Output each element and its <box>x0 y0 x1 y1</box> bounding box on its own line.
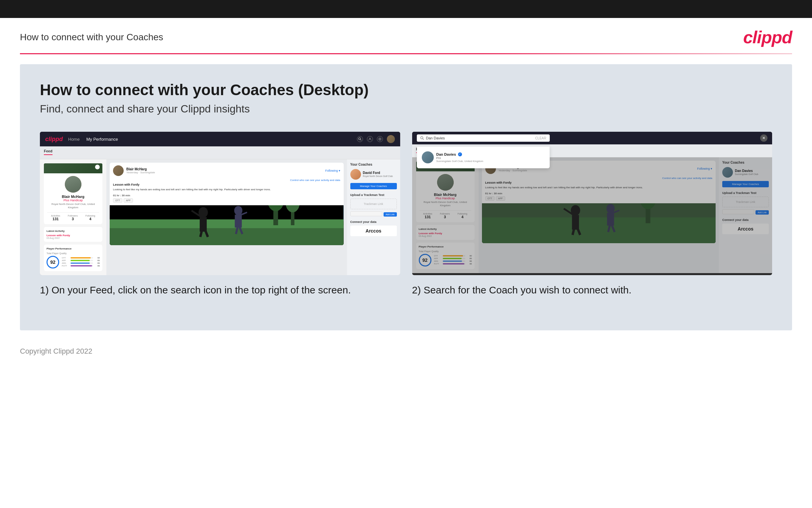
svg-point-4 <box>379 138 381 140</box>
app-chrome-1: clippd Home My Performance <box>40 132 400 146</box>
profile-club-1: Royal North Devon Golf Club, United King… <box>47 203 99 210</box>
right-panel-1: Your Coaches David Ford Royal North Devo… <box>347 159 400 275</box>
pp-title-1: Player Performance <box>47 247 100 250</box>
profile-name-2: Blair McHarg <box>420 193 471 197</box>
svg-line-23 <box>423 139 424 140</box>
profile-icon-1[interactable] <box>367 136 373 142</box>
caption-2: 2) Search for the Coach you wish to conn… <box>412 283 772 297</box>
svg-rect-6 <box>110 225 344 245</box>
tpq-bars-1: OTT 90 APP 85 <box>62 257 100 267</box>
following-btn-2[interactable]: Following ▾ <box>697 167 712 170</box>
search-icon-1[interactable] <box>357 136 363 142</box>
svg-point-33 <box>606 204 615 213</box>
stat-following-1: Following 4 <box>85 215 95 221</box>
result-name-row-2: Dan Davies ✓ <box>436 153 483 156</box>
following-button-1[interactable]: Following ▾ <box>325 169 340 172</box>
stat-activities-1: Activities 131 <box>51 215 60 221</box>
nav-home-1[interactable]: Home <box>68 137 80 142</box>
caption-1: 1) On your Feed, click on the search ico… <box>40 283 400 297</box>
post-name-1: Blair McHarg <box>126 167 322 171</box>
screenshot-panel-1: clippd Home My Performance <box>40 132 400 297</box>
trackman-input-1[interactable] <box>350 211 382 216</box>
add-link-btn-2[interactable]: Add Link <box>756 210 769 215</box>
svg-point-22 <box>421 137 423 139</box>
page-subheading: Find, connect and share your Clippd insi… <box>40 103 772 115</box>
profile-club-2: Royal North Devon Golf Club, United King… <box>420 201 471 208</box>
la-date-1: 03 Aug 2022 <box>47 237 100 239</box>
top-bar <box>0 0 812 18</box>
profile-name-1: Blair McHarg <box>47 195 99 199</box>
la-title-1: Latest Activity <box>47 229 100 232</box>
result-item-2[interactable]: Dan Davies ✓ Pro Sunningdale Golf Club, … <box>420 150 547 165</box>
search-bar-top-2: Dan Davies CLEAR Dan Davies ✓ <box>412 132 772 144</box>
player-perf-1: Player Performance Total Player Quality … <box>44 245 102 271</box>
app-nav-1: Home My Performance <box>68 137 118 142</box>
profile-handicap-2: Plus Handicap <box>420 197 471 200</box>
profile-card-1: Blair McHarg Plus Handicap Royal North D… <box>44 163 102 224</box>
header-divider <box>20 53 792 54</box>
la-item-1[interactable]: Lesson with Fordy <box>47 234 100 237</box>
trackman-text-1: Trackman Link <box>354 202 393 206</box>
arccos-logo-1: Arccos <box>350 225 397 236</box>
screenshot-panel-2: Dan Davies CLEAR Dan Davies ✓ <box>412 132 772 297</box>
nav-myperformance-1[interactable]: My Performance <box>86 137 118 142</box>
dan-coach-item-2: Dan Davies Sunningdale Golf Club <box>722 167 769 178</box>
post-title-1: Lesson with Fordy <box>110 183 344 187</box>
page-title: How to connect with your Coaches <box>20 32 163 43</box>
profile-stats-2: Activities131 Followers3 Following4 <box>420 210 471 219</box>
manage-coaches-btn-1[interactable]: Manage Your Coaches <box>350 183 397 189</box>
user-avatar-1[interactable] <box>387 135 395 143</box>
profile-handicap-1: Plus Handicap <box>47 199 99 202</box>
svg-rect-25 <box>482 218 716 244</box>
tpq-label-1: Total Player Quality <box>47 252 100 254</box>
post-actions-1: OTT APP <box>110 198 344 205</box>
add-link-btn-1[interactable]: Add Link <box>384 212 397 217</box>
settings-icon-1[interactable] <box>377 136 383 142</box>
feed-tab-1[interactable]: Feed <box>44 149 52 155</box>
trackman-box-1: Trackman Link <box>350 199 397 209</box>
dan-coach-name-2: Dan Davies <box>735 169 758 173</box>
result-role-2: Pro <box>436 156 483 160</box>
control-link-1[interactable]: Control who can see your activity and da… <box>110 179 344 183</box>
footer: Copyright Clippd 2022 <box>0 340 812 362</box>
page-heading: How to connect with your Coaches (Deskto… <box>40 81 772 99</box>
latest-activity-1: Latest Activity Lesson with Fordy 03 Aug… <box>44 227 102 242</box>
bar-arg-1: ARG 86 <box>62 262 100 264</box>
connect-title-1: Connect your data <box>350 220 397 223</box>
trackman-input-2[interactable] <box>722 209 754 214</box>
bar-ott-1: OTT 90 <box>62 257 100 259</box>
post-card-2: Blair McHarg Yesterday · Sunningdale Fol… <box>482 161 716 243</box>
svg-rect-7 <box>110 220 344 228</box>
feed-tab-bar-1: Feed <box>40 146 400 159</box>
post-card-1: Blair McHarg Yesterday · Sunningdale Fol… <box>110 163 344 245</box>
clear-button-2[interactable]: CLEAR <box>535 136 546 140</box>
post-header-1: Blair McHarg Yesterday · Sunningdale Fol… <box>110 163 344 179</box>
bar-app-1: APP 85 <box>62 259 100 261</box>
app-chrome-right-1 <box>357 135 395 143</box>
ott-btn-1[interactable]: OTT <box>113 198 122 203</box>
dan-coach-club-2: Sunningdale Golf Club <box>735 173 758 176</box>
bar-putt-1: PUTT 96 <box>62 265 100 267</box>
app-btn-1[interactable]: APP <box>124 198 133 203</box>
search-query-2[interactable]: Dan Davies <box>426 136 533 140</box>
svg-point-0 <box>359 138 361 140</box>
left-panel-2: Blair McHarg Plus Handicap Royal North D… <box>412 157 479 273</box>
post-image-1 <box>110 205 344 245</box>
trackman-input-row-1: Add Link <box>350 211 397 218</box>
screenshot-frame-2: Dan Davies CLEAR Dan Davies ✓ <box>412 132 772 275</box>
post-avatar-1 <box>113 165 124 176</box>
close-search-btn-2[interactable]: ✕ <box>760 134 767 142</box>
dan-coach-avatar-2 <box>722 167 733 178</box>
profile-avatar-2 <box>437 174 454 190</box>
profile-card-2: Blair McHarg Plus Handicap Royal North D… <box>416 161 475 222</box>
search-input-container-2: Dan Davies CLEAR Dan Davies ✓ <box>417 134 550 142</box>
upload-title-1: Upload a Trackman Test <box>350 193 397 197</box>
middle-panel-1: Blair McHarg Yesterday · Sunningdale Fol… <box>106 159 347 275</box>
coaches-title-1: Your Coaches <box>350 163 397 166</box>
screenshot-frame-1: clippd Home My Performance <box>40 132 400 275</box>
tpq-score-1: 92 <box>47 256 59 268</box>
coach-club-1: Royal North Devon Golf Club <box>363 175 393 178</box>
manage-coaches-btn-2[interactable]: Manage Your Coaches <box>722 181 769 187</box>
app-body-1: Blair McHarg Plus Handicap Royal North D… <box>40 159 400 275</box>
header: How to connect with your Coaches clippd <box>0 18 812 53</box>
